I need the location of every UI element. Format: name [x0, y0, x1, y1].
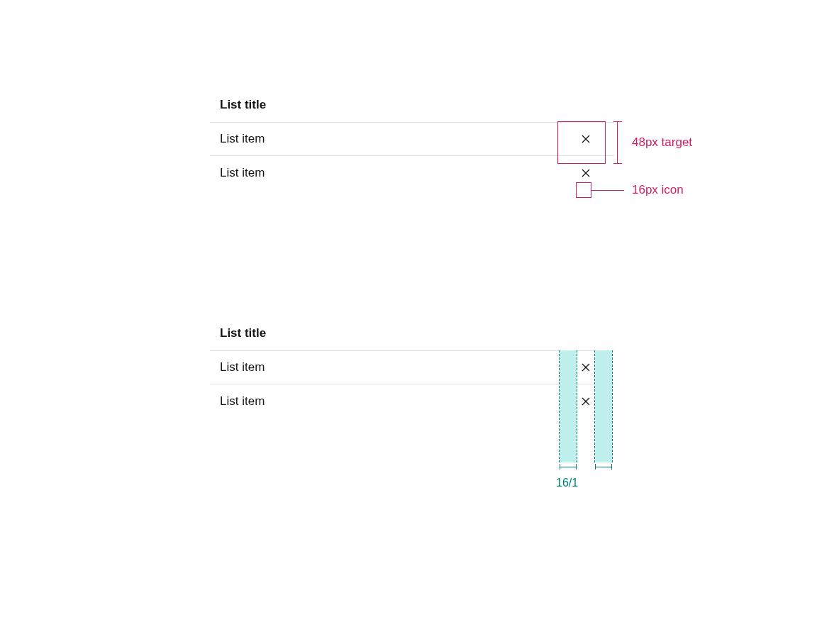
list-item-label: List item: [220, 166, 569, 180]
list-item-label: List item: [220, 394, 569, 409]
list-block-a: List title List item List item: [210, 91, 614, 190]
annotation-width-bracket: [595, 464, 612, 470]
list-row: List item: [210, 384, 614, 418]
list-item-label: List item: [220, 132, 569, 146]
list-item-label: List item: [220, 360, 569, 374]
annotation-height-bracket: [617, 121, 618, 164]
list-title: List title: [210, 91, 614, 122]
annotation-leader: [591, 190, 624, 191]
close-icon: [580, 167, 591, 179]
annotation-width-bracket: [560, 464, 577, 470]
annotation-target-label: 48px target: [632, 135, 692, 150]
close-icon: [580, 362, 591, 373]
annotation-ratio-label: 16/1: [556, 477, 578, 489]
list-row: List item: [210, 350, 614, 384]
close-button[interactable]: [569, 384, 603, 418]
list-row: List item: [210, 156, 614, 190]
list-block-b: List title List item List item: [210, 319, 614, 418]
annotation-icon-label: 16px icon: [632, 183, 684, 197]
close-icon: [580, 133, 591, 145]
close-button[interactable]: [569, 156, 603, 190]
close-button[interactable]: [569, 350, 603, 384]
list-title: List title: [210, 319, 614, 350]
list-row: List item: [210, 122, 614, 156]
close-icon: [580, 396, 591, 407]
close-button[interactable]: [569, 122, 603, 156]
